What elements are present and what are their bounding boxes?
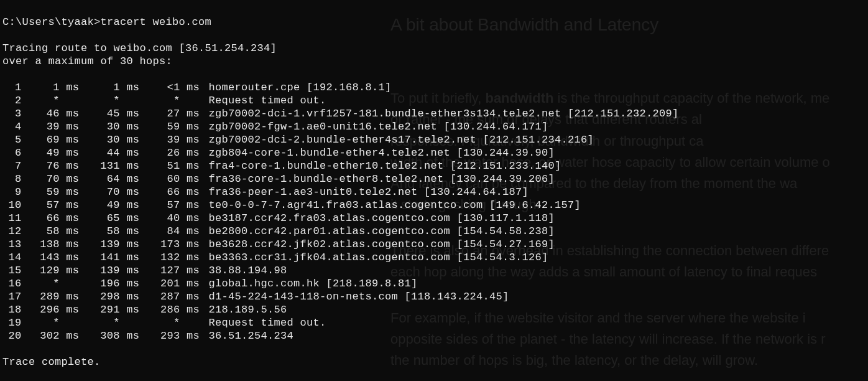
hop-host: 218.189.5.56 <box>202 303 287 316</box>
hop-number: 1 <box>2 81 22 94</box>
hop-number: 15 <box>2 264 22 277</box>
root: A bit about Bandwidth and Latency To put… <box>0 0 868 381</box>
hop-host: d1-45-224-143-118-on-nets.com [118.143.2… <box>202 290 509 303</box>
trace-complete: Trace complete. <box>2 356 101 368</box>
hop-number: 5 <box>2 133 22 146</box>
hop-host: zgb70002-fgw-1.ae0-unit16.tele2.net [130… <box>202 120 548 133</box>
hop-host: Request timed out. <box>202 94 326 107</box>
hop-number: 18 <box>2 303 22 316</box>
hop-number: 16 <box>2 277 22 290</box>
hop-number: 9 <box>2 186 22 199</box>
hop-host: zgb70002-dci-2.bundle-ether4s17.tele2.ne… <box>202 133 594 146</box>
hop-number: 10 <box>2 199 22 212</box>
terminal-output[interactable]: C:\Users\tyaak>tracert weibo.com Tracing… <box>2 2 866 379</box>
hop-host: fra36-core-1.bundle-ether8.tele2.net [13… <box>202 172 555 186</box>
hop-number: 11 <box>2 212 22 225</box>
hop-host: be3628.ccr42.jfk02.atlas.cogentco.com [1… <box>202 238 555 251</box>
hop-host: zgb70002-dci-1.vrf1257-181.bundle-ether3… <box>202 107 678 120</box>
trace-header-1: Tracing route to weibo.com [36.51.254.23… <box>2 42 277 54</box>
hop-number: 14 <box>2 251 22 264</box>
hop-host: fra4-core-1.bundle-ether10.tele2.net [21… <box>202 159 561 172</box>
hop-host: homerouter.cpe [192.168.8.1] <box>202 81 391 94</box>
hop-number: 17 <box>2 290 22 303</box>
command: tracert weibo.com <box>101 16 212 28</box>
hop-host: be2800.ccr42.par01.atlas.cogentco.com [1… <box>202 225 555 238</box>
hop-host: fra36-peer-1.ae3-unit0.tele2.net [130.24… <box>202 186 529 199</box>
hop-number: 3 <box>2 107 22 120</box>
prompt: C:\Users\tyaak> <box>2 16 101 28</box>
hop-number: 6 <box>2 146 22 159</box>
hop-host: zgb804-core-1.bundle-ether4.tele2.net [1… <box>202 146 555 159</box>
hop-number: 4 <box>2 120 22 133</box>
hop-number: 19 <box>2 316 22 329</box>
hop-number: 20 <box>2 329 22 342</box>
hop-host: te0-0-0-7-7.agr41.fra03.atlas.cogentco.c… <box>202 199 581 212</box>
hop-number: 13 <box>2 238 22 251</box>
hop-host: be3363.ccr31.jfk04.atlas.cogentco.com [1… <box>202 251 548 264</box>
hop-list: 11 ms1 ms<1 mshomerouter.cpe [192.168.8.… <box>2 81 866 342</box>
hop-host: 38.88.194.98 <box>202 264 287 277</box>
hop-host: global.hgc.com.hk [218.189.8.81] <box>202 277 417 290</box>
trace-header-2: over a maximum of 30 hops: <box>2 55 172 67</box>
hop-number: 2 <box>2 94 22 107</box>
hop-host: be3187.ccr42.fra03.atlas.cogentco.com [1… <box>202 212 555 225</box>
hop-host: Request timed out. <box>202 316 326 329</box>
hop-number: 8 <box>2 172 22 186</box>
hop-number: 12 <box>2 225 22 238</box>
hop-number: 7 <box>2 159 22 172</box>
hop-host: 36.51.254.234 <box>202 329 293 342</box>
